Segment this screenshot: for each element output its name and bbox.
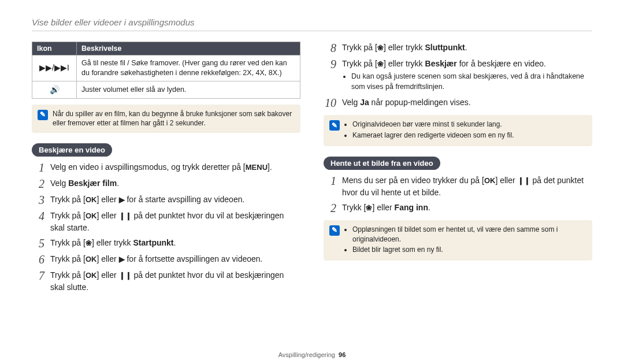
step: 6 Trykk på [OK] eller ▶ for å fortsette … bbox=[32, 253, 300, 266]
step-body: Trykk på [OK] eller ▶ for å starte avspi… bbox=[50, 194, 300, 206]
step-body: Velg Ja når popup-meldingen vises. bbox=[342, 96, 592, 108]
pause-icon: ❙❙ bbox=[119, 270, 132, 281]
footer-page-number: 96 bbox=[339, 351, 346, 358]
macro-button-icon: ❀ bbox=[377, 43, 384, 54]
ff-next-icon: ▶▶/▶▶I bbox=[32, 55, 77, 81]
step: 5 Trykk på [❀] eller trykk Startpunkt. bbox=[32, 237, 300, 250]
note-item: Oppløsningen til bildet som er hentet ut… bbox=[352, 225, 586, 244]
note-item: Originalvideoen bør være minst ti sekund… bbox=[352, 120, 514, 129]
ok-button-icon: OK bbox=[86, 270, 97, 281]
table-header-desc: Beskrivelse bbox=[77, 42, 300, 55]
step-body: Velg Beskjær film. bbox=[50, 177, 300, 189]
capture-steps: 1 Mens du ser på en video trykker du på … bbox=[324, 174, 592, 214]
page-title: Vise bilder eller videoer i avspillingsm… bbox=[32, 17, 592, 31]
note-box-capture: ✎ Oppløsningen til bildet som er hentet … bbox=[324, 220, 592, 261]
step-body: Trykk på [OK] eller ❙❙ på det punktet hv… bbox=[50, 269, 300, 293]
section-label-trim: Beskjære en video bbox=[32, 143, 112, 157]
icon-description-table: Ikon Beskrivelse ▶▶/▶▶I Gå til neste fil… bbox=[32, 42, 300, 99]
step-body: Trykk på [❀] eller trykk Sluttpunkt. bbox=[342, 42, 592, 54]
note-list: Originalvideoen bør være minst ti sekund… bbox=[344, 120, 514, 142]
step-body: Trykk [❀] eller Fang inn. bbox=[342, 202, 592, 214]
trim-steps-cont: 8 Trykk på [❀] eller trykk Sluttpunkt. 9… bbox=[324, 42, 592, 109]
right-column: 8 Trykk på [❀] eller trykk Sluttpunkt. 9… bbox=[324, 42, 592, 297]
ok-button-icon: OK bbox=[86, 211, 97, 222]
section-label-capture: Hente ut et bilde fra en video bbox=[324, 157, 440, 170]
step-number: 4 bbox=[32, 210, 44, 222]
ok-button-icon: OK bbox=[86, 195, 97, 206]
step: 2 Trykk [❀] eller Fang inn. bbox=[324, 202, 592, 214]
step-number: 7 bbox=[32, 269, 44, 282]
sub-bullet: Du kan også justere scenen som skal besk… bbox=[351, 71, 592, 92]
note-box-trim: ✎ Originalvideoen bør være minst ti seku… bbox=[324, 115, 592, 146]
step-number: 1 bbox=[324, 174, 336, 187]
note-icon: ✎ bbox=[38, 110, 48, 120]
note-icon: ✎ bbox=[329, 120, 340, 131]
macro-button-icon: ❀ bbox=[366, 203, 372, 214]
step-number: 8 bbox=[324, 42, 336, 54]
play-icon: ▶ bbox=[119, 195, 125, 206]
step-body: Mens du ser på en video trykker du på [O… bbox=[342, 174, 592, 198]
step-sub-bullets: Du kan også justere scenen som skal besk… bbox=[342, 71, 592, 92]
step-body: Velg en video i avspillingsmodus, og try… bbox=[50, 161, 300, 173]
left-column: Ikon Beskrivelse ▶▶/▶▶I Gå til neste fil… bbox=[32, 42, 300, 297]
step-body: Trykk på [OK] eller ❙❙ på det punktet hv… bbox=[50, 210, 300, 233]
step-body: Trykk på [OK] eller ▶ for å fortsette av… bbox=[50, 253, 300, 265]
macro-button-icon: ❀ bbox=[377, 59, 384, 70]
step-number: 5 bbox=[32, 237, 44, 250]
step-number: 2 bbox=[324, 202, 336, 214]
table-cell-desc: Juster volumet eller slå av lyden. bbox=[77, 81, 300, 98]
play-icon: ▶ bbox=[119, 254, 125, 265]
ok-button-icon: OK bbox=[86, 254, 97, 265]
pause-icon: ❙❙ bbox=[119, 211, 132, 222]
table-cell-desc: Gå til neste fil / Søke framover. (Hver … bbox=[77, 55, 300, 81]
step: 1 Mens du ser på en video trykker du på … bbox=[324, 174, 592, 198]
volume-icon: 🔊 bbox=[32, 81, 77, 98]
page-footer: Avspilling/redigering 96 bbox=[0, 351, 624, 358]
note-list: Oppløsningen til bildet som er hentet ut… bbox=[344, 225, 586, 256]
step-number: 2 bbox=[32, 177, 44, 190]
note-item: Bildet blir lagret som en ny fil. bbox=[352, 245, 586, 255]
step: 3 Trykk på [OK] eller ▶ for å starte avs… bbox=[32, 194, 300, 206]
table-header-icon: Ikon bbox=[32, 42, 77, 55]
step: 4 Trykk på [OK] eller ❙❙ på det punktet … bbox=[32, 210, 300, 233]
step-body: Trykk på [❀] eller trykk Beskjær for å b… bbox=[342, 58, 592, 93]
macro-button-icon: ❀ bbox=[86, 238, 92, 249]
table-row: 🔊 Juster volumet eller slå av lyden. bbox=[32, 81, 300, 98]
step: 1 Velg en video i avspillingsmodus, og t… bbox=[32, 161, 300, 174]
trim-steps: 1 Velg en video i avspillingsmodus, og t… bbox=[32, 161, 300, 293]
step: 10 Velg Ja når popup-meldingen vises. bbox=[324, 96, 592, 109]
pause-icon: ❙❙ bbox=[518, 176, 530, 187]
step-body: Trykk på [❀] eller trykk Startpunkt. bbox=[50, 237, 300, 249]
ok-button-icon: OK bbox=[484, 176, 496, 187]
note-text: Når du spiller av en film, kan du begynn… bbox=[53, 109, 295, 129]
step: 2 Velg Beskjær film. bbox=[32, 177, 300, 190]
step: 8 Trykk på [❀] eller trykk Sluttpunkt. bbox=[324, 42, 592, 54]
step-number: 3 bbox=[32, 194, 44, 206]
step: 9 Trykk på [❀] eller trykk Beskjær for å… bbox=[324, 58, 592, 93]
step-number: 9 bbox=[324, 58, 336, 70]
footer-section: Avspilling/redigering bbox=[278, 351, 335, 358]
step: 7 Trykk på [OK] eller ❙❙ på det punktet … bbox=[32, 269, 300, 293]
step-number: 10 bbox=[324, 96, 336, 109]
step-number: 6 bbox=[32, 253, 44, 266]
note-icon: ✎ bbox=[329, 225, 340, 236]
note-box-playback: ✎ Når du spiller av en film, kan du begy… bbox=[32, 105, 300, 133]
table-row: ▶▶/▶▶I Gå til neste fil / Søke framover.… bbox=[32, 55, 300, 81]
step-number: 1 bbox=[32, 161, 44, 174]
note-item: Kameraet lagrer den redigerte videoen so… bbox=[352, 131, 514, 140]
menu-button-icon: MENU bbox=[246, 162, 268, 173]
